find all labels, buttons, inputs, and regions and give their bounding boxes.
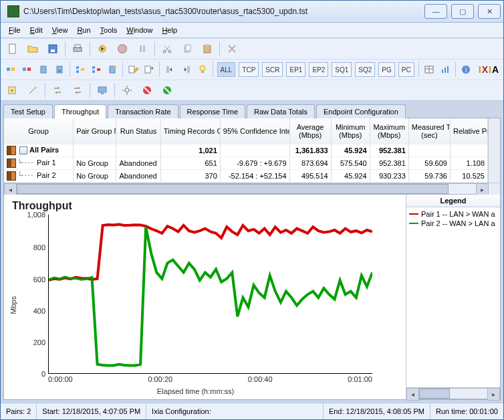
status-runtime: Run time: 00:01:00: [430, 403, 503, 419]
group-icon-1[interactable]: [74, 62, 86, 78]
table-icon[interactable]: [422, 62, 434, 78]
col-header[interactable]: Pair Group Name: [74, 118, 116, 144]
settings-icon[interactable]: [119, 82, 135, 98]
svg-rect-13: [204, 45, 211, 53]
pair-icon-1[interactable]: [5, 62, 17, 78]
wand-icon[interactable]: [25, 82, 41, 98]
endpoint-icon-2[interactable]: v: [53, 62, 66, 78]
col-header[interactable]: Minimum(Mbps): [331, 118, 370, 144]
col-header[interactable]: Maximum(Mbps): [370, 118, 408, 144]
tab-test-setup[interactable]: Test Setup: [3, 104, 53, 118]
x-tick: 0:01:00: [348, 375, 372, 386]
group-filter-ep1[interactable]: EP1: [286, 62, 305, 77]
menu-window[interactable]: Window: [122, 25, 156, 35]
new-file-icon[interactable]: [5, 41, 21, 57]
group-filter-ep2[interactable]: EP2: [309, 62, 328, 77]
tab-raw-data-totals[interactable]: Raw Data Totals: [247, 104, 315, 118]
save-icon[interactable]: [45, 41, 61, 57]
chart-panel: Throughput Mbps 02004006008001,008 0:00:…: [4, 195, 406, 399]
svg-rect-17: [23, 68, 26, 71]
close-button[interactable]: ✕: [478, 4, 501, 19]
tabbar: Test SetupThroughputTransaction RateResp…: [3, 104, 503, 118]
col-header[interactable]: Relative Precision: [450, 118, 487, 144]
col-header[interactable]: 95% Confidence Interval: [220, 118, 289, 144]
column-right-icon[interactable]: [180, 62, 192, 78]
maximize-button[interactable]: ▢: [451, 4, 474, 19]
svg-rect-15: [7, 68, 10, 71]
y-tick: 200: [33, 338, 45, 346]
svg-rect-37: [442, 70, 443, 73]
col-header[interactable]: Run Status: [116, 118, 160, 144]
legend-header: Legend: [406, 195, 500, 207]
menu-run[interactable]: Run: [73, 25, 94, 35]
group-filter-pc[interactable]: PC: [398, 62, 414, 77]
menu-tools[interactable]: Tools: [96, 25, 122, 35]
delete-icon[interactable]: [224, 41, 240, 57]
x-axis-label: Elapsed time (h:mm:ss): [19, 387, 372, 395]
swap2-icon[interactable]: [70, 82, 86, 98]
endpoint-icon-3[interactable]: [106, 62, 118, 78]
svg-rect-18: [27, 68, 31, 71]
menu-edit[interactable]: Edit: [26, 25, 47, 35]
lamp-icon[interactable]: [197, 62, 209, 78]
tab-transaction-rate[interactable]: Transaction Rate: [108, 104, 178, 118]
chart-icon[interactable]: [439, 62, 451, 78]
exclude-green-icon[interactable]: [159, 82, 175, 98]
monitor-config-icon[interactable]: [94, 82, 110, 98]
status-ixia: Ixia Configuration:: [146, 403, 324, 419]
print-icon[interactable]: [70, 41, 86, 57]
legend-item[interactable]: Pair 2 -- WAN > LAN a: [409, 219, 497, 227]
endpoint-icon-1[interactable]: [37, 62, 49, 78]
script-edit-icon[interactable]: [127, 62, 139, 78]
script-swap-icon[interactable]: [143, 62, 155, 78]
run-icon[interactable]: [94, 41, 110, 57]
info-icon[interactable]: i: [460, 62, 472, 78]
svg-rect-33: [187, 66, 190, 73]
x-tick: 0:00:40: [248, 375, 273, 386]
legend-item[interactable]: Pair 1 -- LAN > WAN a: [409, 210, 497, 218]
paste-icon[interactable]: [199, 41, 215, 57]
group-filter-tcp[interactable]: TCP: [239, 62, 259, 77]
group-filter-sq1[interactable]: SQ1: [332, 62, 352, 77]
open-folder-icon[interactable]: [25, 41, 41, 57]
group-filter-sq2[interactable]: SQ2: [355, 62, 375, 77]
tab-throughput[interactable]: Throughput: [54, 104, 106, 118]
minimize-button[interactable]: —: [424, 4, 447, 19]
swap-icon[interactable]: [49, 82, 66, 98]
legend-scroll-left[interactable]: ◂: [406, 388, 419, 401]
group-filter-all[interactable]: ALL: [217, 62, 236, 77]
titlebar: C:\Users\Tim\Desktop\wlan_tests\asus_rta…: [1, 1, 503, 23]
col-header[interactable]: Timing Records Completed: [160, 118, 220, 144]
y-tick: 0: [41, 370, 45, 378]
column-left-icon[interactable]: [164, 62, 176, 78]
stop-icon[interactable]: [114, 41, 130, 57]
table-row[interactable]: └····Pair 1No GroupAbandoned651-9.679 : …: [4, 157, 488, 170]
copy-icon[interactable]: [179, 41, 195, 57]
pause-icon[interactable]: [134, 41, 150, 57]
table-hscrollbar[interactable]: ◂ ▸: [4, 183, 500, 195]
group-filter-pg[interactable]: PG: [378, 62, 394, 77]
table-row[interactable]: └····Pair 2No GroupAbandoned370-52.154 :…: [4, 170, 488, 183]
x-tick: 0:00:20: [148, 375, 172, 386]
group-icon-2[interactable]: [90, 62, 102, 78]
col-header[interactable]: Group: [4, 118, 74, 144]
statusbar: Pairs: 2 Start: 12/18/2015, 4:07:05 PM I…: [1, 403, 503, 419]
content-panel: GroupPair Group NameRun StatusTiming Rec…: [3, 118, 501, 400]
svg-rect-31: [145, 66, 150, 73]
legend-scroll-right[interactable]: ▸: [487, 388, 500, 401]
menu-file[interactable]: File: [5, 25, 25, 35]
group-filter-scr[interactable]: SCR: [262, 62, 283, 77]
col-header[interactable]: Measured Time(sec): [408, 118, 450, 144]
group-add-icon[interactable]: +: [5, 82, 21, 98]
pair-icon-2[interactable]: [21, 62, 33, 78]
cut-icon[interactable]: [159, 41, 175, 57]
exclude-red-icon[interactable]: [139, 82, 155, 98]
table-row[interactable]: All Pairs1,0211,361.83345.924952.381: [4, 144, 488, 157]
menu-view[interactable]: View: [48, 25, 72, 35]
tab-response-time[interactable]: Response Time: [180, 104, 245, 118]
svg-rect-32: [166, 66, 169, 73]
menu-help[interactable]: Help: [158, 25, 181, 35]
tab-endpoint-configuration[interactable]: Endpoint Configuration: [316, 104, 406, 118]
svg-rect-14: [206, 44, 209, 46]
col-header[interactable]: Average(Mbps): [289, 118, 331, 144]
